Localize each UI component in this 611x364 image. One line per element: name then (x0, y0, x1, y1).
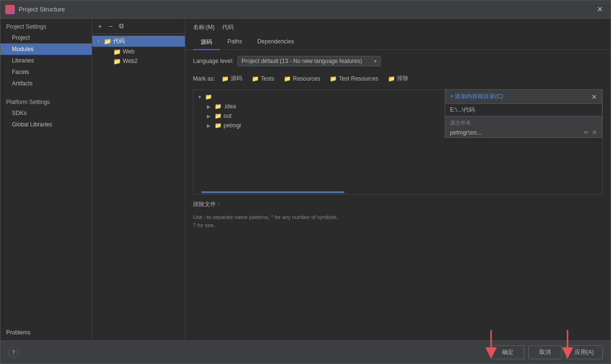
tab-content-sources: Language level: Project default (13 - No… (185, 50, 611, 341)
footer-left: ? (8, 347, 19, 358)
folder-icon-web2: 📁 (113, 58, 121, 64)
module-tabs: 源码 Paths Dependencies (193, 35, 603, 50)
help-button[interactable]: ? (8, 347, 19, 358)
tree-label-web: Web (123, 48, 134, 55)
copy-module-button[interactable]: ⧉ (117, 21, 126, 31)
exclude-hint: Use ; to separate name patterns, * for a… (193, 213, 603, 229)
ftree-arrow-idea: ▶ (207, 104, 213, 109)
title-bar: Project Structure ✕ (0, 0, 611, 19)
module-tree: ▼ 📁 代码 📁 Web 📁 Web2 (92, 34, 185, 341)
lang-level-label: Language level: (193, 58, 234, 64)
popup-source-row: petmgr\src... ✏ ✕ (445, 127, 602, 137)
language-level-row: Language level: Project default (13 - No… (193, 56, 603, 66)
resources-folder-icon: 📁 (284, 75, 291, 82)
popup-section-label: 源文件夹 (445, 116, 602, 127)
nav-item-facets[interactable]: Facets (0, 66, 92, 78)
tab-sources[interactable]: 源码 (193, 35, 220, 50)
ftree-arrow-out: ▶ (207, 114, 213, 119)
mark-as-label: Mark as: (193, 75, 215, 82)
nav-item-problems[interactable]: Problems (0, 324, 92, 341)
tree-toolbar: + − ⧉ (92, 19, 185, 34)
mark-tests-button[interactable]: 📁 Tests (249, 74, 277, 83)
sources-folder-icon: 📁 (222, 75, 229, 82)
ftree-icon-idea: 📁 (214, 103, 222, 110)
ftree-label-out: out (224, 113, 232, 119)
module-header: 名称:(M) 代码 源码 Paths Dependencies (185, 19, 611, 50)
ftree-label-idea: .idea (224, 103, 236, 110)
tree-item-web[interactable]: 📁 Web (102, 47, 185, 56)
nav-item-artifacts[interactable]: Artifacts (0, 78, 92, 89)
lang-level-select-wrap: Project default (13 - No new language fe… (237, 56, 381, 66)
ftree-arrow-root: ▼ (197, 94, 203, 100)
content-root-popup: + 添加内容根目录(C) ✕ E:\...\代码 源文件夹 petmgr\src… (445, 89, 602, 138)
module-tree-panel: + − ⧉ ▼ 📁 代码 📁 Web (92, 19, 185, 341)
ftree-root-icon: 📁 (205, 94, 212, 100)
nav-item-project[interactable]: Project (0, 32, 92, 43)
ftree-arrow-petmgr: ▶ (207, 123, 213, 128)
tree-label-root: 代码 (113, 37, 125, 45)
excluded-folder-icon: 📁 (388, 75, 395, 82)
popup-close-button[interactable]: ✕ (591, 93, 597, 101)
nav-item-global-libraries[interactable]: Global Libraries (0, 119, 92, 130)
app-icon (5, 5, 15, 14)
cancel-button[interactable]: 取消 (528, 345, 562, 359)
close-button[interactable]: ✕ (594, 4, 606, 15)
main-panel: 名称:(M) 代码 源码 Paths Dependencies Language… (185, 19, 611, 341)
nav-item-sdks[interactable]: SDKs (0, 107, 92, 119)
horizontal-scrollbar[interactable] (201, 191, 344, 193)
add-content-root-button[interactable]: + 添加内容根目录(C) (450, 93, 503, 101)
test-resources-folder-icon: 📁 (330, 75, 337, 82)
project-structure-dialog: Project Structure ✕ Project Settings Pro… (0, 0, 611, 364)
tree-item-web2[interactable]: 📁 Web2 (102, 56, 185, 66)
delete-source-button[interactable]: ✕ (592, 129, 597, 136)
ftree-label-petmgr: petmgr (224, 122, 241, 129)
ftree-icon-out: 📁 (214, 113, 222, 119)
tab-dependencies[interactable]: Dependencies (250, 35, 302, 50)
remove-module-button[interactable]: − (107, 21, 114, 31)
dialog-title: Project Structure (19, 6, 594, 13)
popup-source-icons: ✏ ✕ (584, 129, 597, 136)
mark-excluded-button[interactable]: 📁 排除 (385, 73, 411, 84)
dialog-footer: ? 确定 取消 应用(A) (0, 341, 611, 364)
resources-btn-label: Resources (293, 75, 320, 82)
folder-tree-area: ▼ 📁 — ▼ ▶ 📁 .idea ▶ 📁 (193, 90, 603, 195)
tests-btn-label: Tests (261, 75, 274, 82)
tests-folder-icon: 📁 (252, 75, 259, 82)
popup-header: + 添加内容根目录(C) ✕ (445, 90, 602, 104)
nav-item-modules[interactable]: Modules (0, 43, 92, 55)
popup-path-label: E:\...\代码 (445, 104, 602, 116)
exclude-hint-line1: Use ; to separate name patterns, * for a… (193, 214, 338, 220)
mark-test-resources-button[interactable]: 📁 Test Resources (327, 74, 381, 83)
lang-level-select[interactable]: Project default (13 - No new language fe… (237, 56, 381, 66)
code-label[interactable]: 代码 (222, 23, 234, 31)
folder-icon-web: 📁 (113, 48, 121, 55)
ok-button[interactable]: 确定 (491, 345, 525, 359)
folder-icon-root: 📁 (104, 38, 111, 45)
exclude-area: 排除文件： Use ; to separate name patterns, *… (193, 200, 603, 229)
apply-button[interactable]: 应用(A) (566, 345, 603, 359)
ftree-icon-petmgr: 📁 (214, 122, 222, 129)
exclude-hint-line2: ? for one. (193, 222, 215, 228)
tab-paths[interactable]: Paths (220, 35, 250, 50)
mark-as-row: Mark as: 📁 源码 📁 Tests 📁 Resources 📁 (193, 73, 603, 84)
popup-source-path: petmgr\src... (450, 129, 584, 136)
sources-btn-label: 源码 (231, 74, 242, 83)
project-settings-header: Project Settings (0, 19, 92, 32)
tree-label-web2: Web2 (123, 58, 138, 64)
mark-sources-button[interactable]: 📁 源码 (219, 73, 245, 84)
name-label: 名称:(M) (193, 23, 214, 31)
nav-item-libraries[interactable]: Libraries (0, 55, 92, 66)
add-module-button[interactable]: + (96, 21, 104, 31)
test-resources-btn-label: Test Resources (339, 75, 378, 82)
module-name-row: 名称:(M) 代码 (193, 23, 603, 31)
expand-arrow-root: ▼ (96, 39, 102, 44)
excluded-btn-label: 排除 (397, 74, 408, 83)
edit-source-button[interactable]: ✏ (584, 129, 589, 136)
tree-item-root[interactable]: ▼ 📁 代码 (92, 36, 185, 47)
mark-resources-button[interactable]: 📁 Resources (281, 74, 323, 83)
left-nav-panel: Project Settings Project Modules Librari… (0, 19, 92, 341)
platform-settings-header: Platform Settings (0, 94, 92, 107)
exclude-label: 排除文件： (193, 200, 222, 208)
